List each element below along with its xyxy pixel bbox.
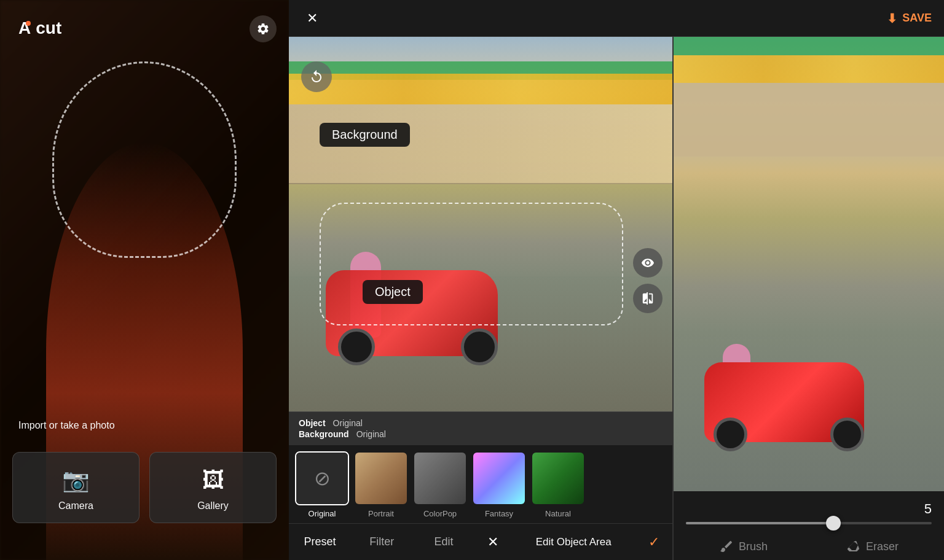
undo-button[interactable] <box>301 61 332 92</box>
preset-natural[interactable]: Natural <box>531 451 585 518</box>
object-status-row: Object Original <box>299 418 386 428</box>
presets-bar: ⊘ Original Portrait ColorPop <box>289 445 672 523</box>
status-bar: Object Original Background Original <box>289 411 672 445</box>
preset-thumb-original[interactable]: ⊘ <box>295 451 349 505</box>
gallery-icon: 🖼 <box>202 467 224 493</box>
preset-portrait[interactable]: Portrait <box>354 451 408 518</box>
preview-awning <box>674 37 944 55</box>
preview-image-area <box>674 37 944 491</box>
slider-value: 5 <box>686 501 932 517</box>
undo-icon <box>309 69 324 84</box>
object-status-value: Original <box>333 418 363 428</box>
preset-fantasy[interactable]: Fantasy <box>472 451 526 518</box>
slider-track[interactable] <box>686 522 932 524</box>
gear-icon <box>256 22 270 36</box>
import-text: Import or take a photo <box>18 420 115 431</box>
scooter-rear-wheel <box>461 329 498 365</box>
tab-preset[interactable]: Preset <box>289 524 351 560</box>
preset-colorpop[interactable]: ColorPop <box>413 451 467 518</box>
preview-panel: 5 Brush Eraser <box>674 37 944 560</box>
object-status-label: Object <box>299 418 326 428</box>
eraser-label: Eraser <box>866 540 899 553</box>
brush-icon <box>719 539 734 554</box>
edit-object-area-label: Edit Object Area <box>536 536 612 548</box>
background-status-value: Original <box>356 429 386 439</box>
no-filter-icon: ⊘ <box>314 467 331 490</box>
preset-colorpop-label: ColorPop <box>423 509 457 518</box>
background-status-label: Background <box>299 429 349 439</box>
preset-portrait-inner <box>355 453 407 504</box>
eraser-icon <box>846 539 861 554</box>
preset-thumb-colorpop[interactable] <box>413 451 467 505</box>
edit-object-area-tab[interactable]: Edit Object Area <box>511 524 635 560</box>
editor-panel: Background Object <box>289 37 674 560</box>
preview-wheel-rear <box>830 418 864 451</box>
tab-close-button[interactable]: ✕ <box>474 524 511 560</box>
background-tooltip: Background <box>320 123 410 147</box>
preset-portrait-label: Portrait <box>368 509 394 518</box>
main-area: ✕ ⬇ SAVE <box>289 0 944 560</box>
tab-preset-label: Preset <box>304 535 336 548</box>
image-edit-area[interactable]: Background Object <box>289 37 672 411</box>
content-row: Background Object <box>289 37 944 560</box>
save-label: SAVE <box>902 12 932 25</box>
preset-thumb-portrait[interactable] <box>354 451 408 505</box>
tab-close-icon: ✕ <box>487 534 498 550</box>
tab-edit[interactable]: Edit <box>413 524 475 560</box>
preset-thumb-fantasy[interactable] <box>472 451 526 505</box>
brush-tool[interactable]: Brush <box>719 539 768 554</box>
camera-button[interactable]: 📷 Camera <box>12 452 140 523</box>
gallery-label: Gallery <box>197 500 229 511</box>
preset-fantasy-inner <box>473 453 525 504</box>
preset-colorpop-inner <box>414 453 466 504</box>
action-buttons: 📷 Camera 🖼 Gallery <box>12 452 277 523</box>
top-bar: ✕ ⬇ SAVE <box>289 0 944 37</box>
scooter-front-wheel <box>338 329 375 365</box>
preset-original[interactable]: ⊘ Original <box>295 451 349 518</box>
preset-thumb-natural[interactable] <box>531 451 585 505</box>
brush-label: Brush <box>739 540 768 553</box>
selection-outline <box>52 61 237 258</box>
compare-button[interactable] <box>633 284 663 313</box>
scooter-selection-outline <box>320 203 623 325</box>
preset-fantasy-label: Fantasy <box>485 509 513 518</box>
shop-banner <box>289 74 672 104</box>
visibility-toggle-button[interactable] <box>633 248 663 278</box>
camera-label: Camera <box>58 500 93 511</box>
camera-icon: 📷 <box>62 467 90 493</box>
settings-button[interactable] <box>250 15 277 42</box>
gallery-button[interactable]: 🖼 Gallery <box>149 452 277 523</box>
bottom-tab-bar: Preset Filter Edit ✕ Edit Object Area ✓ <box>289 523 672 560</box>
preset-natural-label: Natural <box>545 509 571 518</box>
slider-thumb[interactable] <box>826 516 841 531</box>
preset-natural-inner <box>532 453 584 504</box>
brush-eraser-row: Brush Eraser <box>674 531 944 560</box>
slider-fill <box>686 522 833 524</box>
eraser-tool[interactable]: Eraser <box>846 539 899 554</box>
compare-icon <box>641 292 655 305</box>
tab-edit-label: Edit <box>434 535 453 548</box>
preview-wheel-front <box>714 418 747 451</box>
close-button[interactable]: ✕ <box>301 7 323 29</box>
eye-icon <box>641 256 655 270</box>
object-tooltip: Object <box>363 280 423 304</box>
checkmark-icon: ✓ <box>648 534 659 550</box>
left-panel: A cut Import or take a photo 📷 Camera 🖼 … <box>0 0 289 560</box>
app-logo: A cut <box>18 18 61 38</box>
background-status-row: Background Original <box>299 429 386 439</box>
slider-section: 5 <box>674 491 944 531</box>
tab-filter-label: Filter <box>369 535 394 548</box>
preview-storefront <box>674 83 944 157</box>
editor-side-controls <box>633 248 663 313</box>
save-button[interactable]: ⬇ SAVE <box>887 11 932 26</box>
confirm-button[interactable]: ✓ <box>635 524 672 560</box>
preset-original-inner: ⊘ <box>296 453 348 504</box>
preview-banner <box>674 55 944 83</box>
save-icon: ⬇ <box>887 11 897 26</box>
preset-original-label: Original <box>309 509 336 518</box>
logo-text-cut: cut <box>36 18 61 38</box>
tab-filter[interactable]: Filter <box>351 524 413 560</box>
